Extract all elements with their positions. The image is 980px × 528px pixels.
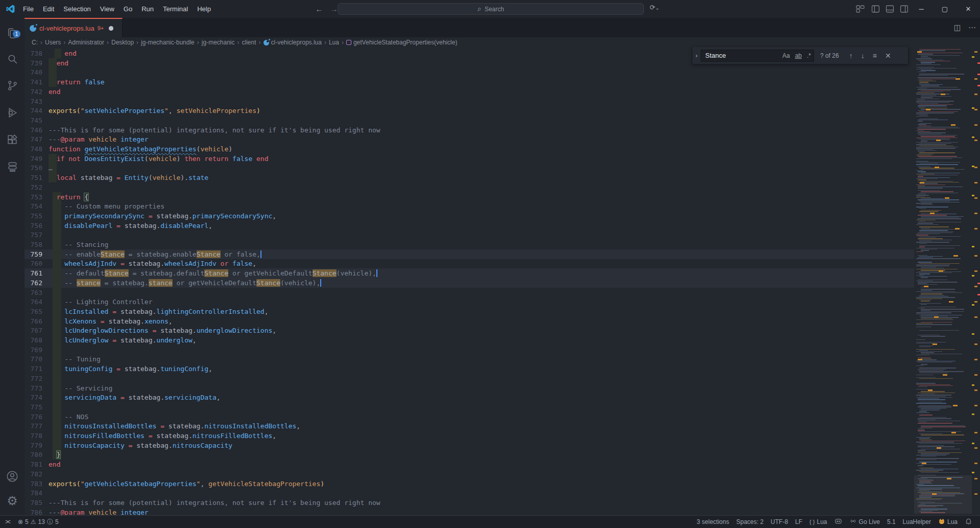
code-line-781[interactable]: 781end <box>25 460 914 469</box>
code-line-785[interactable]: 785---This is for some (potential) integ… <box>25 498 914 508</box>
menu-edit[interactable]: Edit <box>38 3 59 15</box>
status-item-5-1[interactable]: 5.1 <box>883 516 899 528</box>
line-number[interactable]: 773 <box>25 383 42 393</box>
code-line-745[interactable]: 745 <box>25 116 914 125</box>
run-debug-icon[interactable] <box>0 101 25 124</box>
maximize-button[interactable]: ▢ <box>933 0 957 18</box>
breadcrumb-item[interactable]: getVehicleStatebagProperties(vehicle) <box>346 39 457 46</box>
code-line-777[interactable]: 777 nitrousInstalledBottles = statebag.n… <box>25 421 914 431</box>
line-number[interactable]: 762 <box>25 278 42 288</box>
line-number[interactable]: 783 <box>25 479 42 489</box>
breadcrumb-item[interactable]: client <box>242 39 256 46</box>
line-number[interactable]: 740 <box>25 67 42 77</box>
breadcrumb-item[interactable]: C: <box>32 39 38 46</box>
line-number[interactable]: 782 <box>25 469 42 479</box>
line-number[interactable]: 746 <box>25 125 42 135</box>
status-item-copilot[interactable] <box>831 516 846 528</box>
regex-toggle[interactable]: .* <box>804 52 814 59</box>
line-number[interactable]: 766 <box>25 316 42 326</box>
search-view-icon[interactable] <box>0 48 25 70</box>
close-find-icon[interactable]: ✕ <box>881 52 895 60</box>
code-line-746[interactable]: 746---This is for some (potential) integ… <box>25 125 914 135</box>
code-line-770[interactable]: 770 -- Tuning <box>25 354 914 364</box>
line-number[interactable]: 752 <box>25 182 42 192</box>
source-control-icon[interactable] <box>0 74 25 97</box>
code-line-744[interactable]: 744exports("setVehicleProperties", setVe… <box>25 106 914 116</box>
line-number[interactable]: 760 <box>25 259 42 268</box>
code-line-786[interactable]: 786---@param vehicle integer <box>25 508 914 515</box>
menu-terminal[interactable]: Terminal <box>158 3 193 15</box>
code-line-779[interactable]: 779 nitrousCapacity = statebag.nitrousCa… <box>25 441 914 450</box>
database-view-icon[interactable] <box>0 155 25 178</box>
explorer-icon[interactable] <box>0 22 25 44</box>
line-number[interactable]: 784 <box>25 488 42 498</box>
toggle-sidebar-icon[interactable] <box>871 5 880 13</box>
overview-ruler[interactable] <box>972 47 980 515</box>
toggle-replace-icon[interactable]: › <box>692 52 701 59</box>
line-number[interactable]: 749 <box>25 154 42 164</box>
line-number[interactable]: 769 <box>25 345 42 355</box>
code-line-764[interactable]: 764 -- Lighting Controller <box>25 297 914 307</box>
code-line-741[interactable]: 741 return false <box>25 77 914 87</box>
code-line-753[interactable]: 753 return { <box>25 192 914 202</box>
line-number[interactable]: 747 <box>25 134 42 144</box>
line-number[interactable]: 742 <box>25 87 42 97</box>
breadcrumb-item[interactable]: Desktop <box>111 39 134 46</box>
status-item-3-selections[interactable]: 3 selections <box>693 516 732 528</box>
code-line-756[interactable]: 756 disablePearl = statebag.disablePearl… <box>25 221 914 231</box>
line-number[interactable]: 780 <box>25 450 42 460</box>
match-case-toggle[interactable]: Aa <box>780 52 793 59</box>
code-line-774[interactable]: 774 servicingData = statebag.servicingDa… <box>25 393 914 402</box>
status-item-luahelper[interactable]: LuaHelper <box>899 516 935 528</box>
previous-match-icon[interactable]: ↑ <box>845 52 857 60</box>
status-item-utf-8[interactable]: UTF-8 <box>767 516 792 528</box>
line-number[interactable]: 738 <box>25 49 42 58</box>
profile-sync-button[interactable]: ⟳⌄ <box>650 4 659 11</box>
breadcrumb-item[interactable]: jg-mechanic <box>202 39 235 46</box>
code-line-765[interactable]: 765 lcInstalled = statebag.lightingContr… <box>25 307 914 316</box>
line-number[interactable]: 765 <box>25 307 42 316</box>
status-item-spaces-2[interactable]: Spaces: 2 <box>733 516 767 528</box>
remote-indicator[interactable]: >< <box>0 518 14 525</box>
line-number[interactable]: 751 <box>25 173 42 182</box>
code-line-782[interactable]: 782 <box>25 469 914 479</box>
line-number[interactable]: 767 <box>25 326 42 335</box>
code-line-751[interactable]: 751 local statebag = Entity(vehicle).sta… <box>25 173 914 182</box>
line-number[interactable]: 778 <box>25 431 42 441</box>
code-line-778[interactable]: 778 nitrousFilledBottles = statebag.nitr… <box>25 431 914 441</box>
more-actions-icon[interactable]: ⋯ <box>968 23 976 32</box>
code-line-768[interactable]: 768 lcUnderglow = statebag.underglow, <box>25 335 914 345</box>
modified-dot-icon[interactable] <box>109 26 113 31</box>
customize-layout-icon[interactable] <box>856 5 865 13</box>
toggle-panel-icon[interactable] <box>886 5 894 13</box>
breadcrumb-item[interactable]: Users <box>45 39 61 46</box>
minimap-slider[interactable] <box>914 475 972 514</box>
code-line-784[interactable]: 784 <box>25 488 914 498</box>
line-number[interactable]: 768 <box>25 335 42 345</box>
next-match-icon[interactable]: ↓ <box>857 52 869 60</box>
code-line-776[interactable]: 776 -- NOS <box>25 412 914 422</box>
menu-go[interactable]: Go <box>119 3 137 15</box>
code-line-752[interactable]: 752 <box>25 182 914 192</box>
status-item-lua[interactable]: Lua <box>935 516 961 528</box>
code-editor[interactable]: 738 end739 end740741 return false742end7… <box>25 47 914 515</box>
code-line-749[interactable]: 749 if not DoesEntityExist(vehicle) then… <box>25 154 914 164</box>
line-number[interactable]: 779 <box>25 441 42 450</box>
breadcrumb-item[interactable]: cl-vehicleprops.lua <box>264 39 322 46</box>
line-number[interactable]: 785 <box>25 498 42 508</box>
code-line-767[interactable]: 767 lcUnderglowDirections = statebag.und… <box>25 326 914 335</box>
code-line-772[interactable]: 772 <box>25 374 914 383</box>
status-item-lf[interactable]: LF <box>792 516 806 528</box>
code-line-743[interactable]: 743 <box>25 97 914 106</box>
line-number[interactable]: 759 <box>25 249 42 259</box>
whole-word-toggle[interactable]: ab <box>793 52 804 59</box>
line-number[interactable]: 758 <box>25 240 42 249</box>
menu-run[interactable]: Run <box>137 3 158 15</box>
menu-file[interactable]: File <box>18 3 38 15</box>
line-number[interactable]: 744 <box>25 106 42 116</box>
line-number[interactable]: 743 <box>25 97 42 106</box>
line-number[interactable]: 753 <box>25 192 42 202</box>
line-number[interactable]: 772 <box>25 374 42 383</box>
accounts-icon[interactable] <box>0 465 25 488</box>
breadcrumb-item[interactable]: Administrator <box>68 39 104 46</box>
